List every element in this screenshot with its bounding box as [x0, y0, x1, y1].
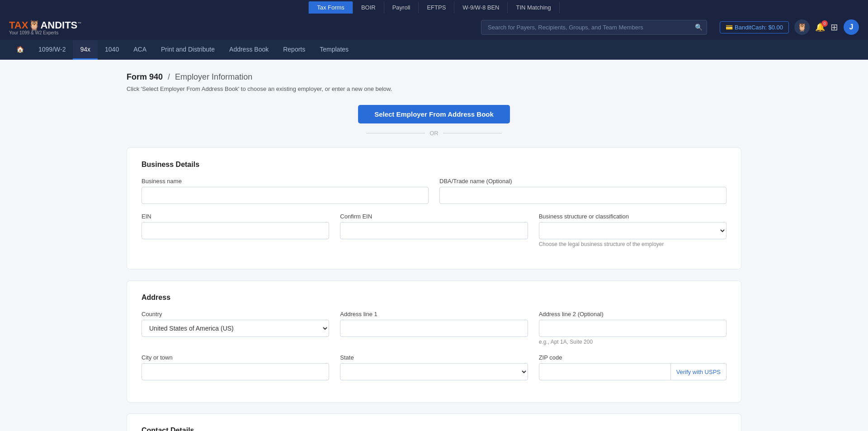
address-row2: City or town State Alabama Alaska Arizon…: [142, 354, 726, 380]
ein-label: EIN: [142, 213, 329, 220]
country-select[interactable]: United States of America (US) Canada Mex…: [142, 320, 329, 337]
dba-name-group: DBA/Trade name (Optional): [439, 178, 726, 204]
business-name-row: Business name DBA/Trade name (Optional): [142, 178, 726, 204]
sub-nav-aca[interactable]: ACA: [126, 40, 154, 60]
address-line1-group: Address line 1: [340, 311, 528, 345]
page-content: Form 940 / Employer Information Click 'S…: [108, 60, 760, 431]
select-employer-container: Select Employer From Address Book OR: [127, 105, 741, 137]
business-structure-helper: Choose the legal business structure of t…: [539, 241, 726, 247]
country-group: Country United States of America (US) Ca…: [142, 311, 329, 345]
sub-nav-templates[interactable]: Templates: [312, 40, 356, 60]
logo-subtitle: Your 1099 & W2 Experts: [9, 30, 58, 35]
search-input[interactable]: [481, 20, 707, 35]
user-avatar[interactable]: J: [844, 19, 859, 35]
search-icon[interactable]: 🔍: [695, 24, 703, 31]
top-nav-w9-w8ben[interactable]: W-9/W-8 BEN: [454, 1, 508, 14]
breadcrumb-page-name: Employer Information: [175, 72, 252, 81]
address-line2-input[interactable]: [539, 320, 726, 337]
zip-input[interactable]: [539, 363, 671, 380]
notification-bell[interactable]: 🔔 0: [815, 22, 825, 32]
contact-details-title: Contact Details: [142, 426, 726, 431]
state-group: State Alabama Alaska Arizona Arkansas Ca…: [340, 354, 528, 380]
zip-row: Verify with USPS: [539, 363, 726, 380]
verify-usps-button[interactable]: Verify with USPS: [671, 363, 726, 380]
select-employer-button[interactable]: Select Employer From Address Book: [358, 105, 510, 123]
sub-navigation: 🏠 1099/W-2 94x 1040 ACA Print and Distri…: [0, 40, 868, 60]
state-label: State: [340, 354, 528, 361]
country-label: Country: [142, 311, 329, 317]
top-nav-tax-forms[interactable]: Tax Forms: [308, 1, 353, 14]
business-structure-label: Business structure or classification: [539, 213, 726, 220]
address-row1: Country United States of America (US) Ca…: [142, 311, 726, 345]
breadcrumb: Form 940 / Employer Information: [127, 72, 741, 82]
sub-nav-1099-w2[interactable]: 1099/W-2: [31, 40, 73, 60]
top-nav-eftps[interactable]: EFTPS: [419, 1, 454, 14]
or-divider: OR: [366, 130, 502, 137]
city-label: City or town: [142, 354, 329, 361]
notification-badge: 0: [821, 20, 828, 27]
city-group: City or town: [142, 354, 329, 380]
breadcrumb-separator: /: [168, 72, 170, 81]
sub-nav-address-book[interactable]: Address Book: [222, 40, 276, 60]
confirm-ein-label: Confirm EIN: [340, 213, 528, 220]
ein-group: EIN: [142, 213, 329, 247]
address-card: Address Country United States of America…: [127, 280, 741, 403]
bandit-cash-button[interactable]: 💳BanditCash: $0.00: [720, 21, 789, 33]
zip-group: ZIP code Verify with USPS: [539, 354, 726, 380]
search-bar: 🔍: [481, 20, 707, 35]
contact-details-card: Contact Details Email address (Optional)…: [127, 413, 741, 431]
top-navigation-bar: Tax Forms BOIR Payroll EFTPS W-9/W-8 BEN…: [0, 0, 868, 14]
owl-avatar-icon[interactable]: 🦉: [794, 19, 810, 35]
breadcrumb-form-name: Form 940: [127, 72, 163, 81]
business-structure-group: Business structure or classification Sol…: [539, 213, 726, 247]
top-nav-tin-matching[interactable]: TIN Matching: [508, 1, 559, 14]
address-title: Address: [142, 294, 726, 302]
sub-nav-print-distribute[interactable]: Print and Distribute: [154, 40, 222, 60]
confirm-ein-input[interactable]: [340, 222, 528, 239]
sub-nav-home[interactable]: 🏠: [9, 40, 31, 60]
sub-nav-1040[interactable]: 1040: [98, 40, 126, 60]
business-name-label: Business name: [142, 178, 429, 185]
confirm-ein-group: Confirm EIN: [340, 213, 528, 247]
home-icon: 🏠: [16, 46, 24, 53]
logo-text: TAX🦉ANDITS™: [9, 19, 81, 31]
state-select[interactable]: Alabama Alaska Arizona Arkansas Californ…: [340, 363, 528, 380]
logo: TAX🦉ANDITS™ Your 1099 & W2 Experts: [9, 19, 81, 35]
business-name-input[interactable]: [142, 187, 429, 204]
apps-grid-icon[interactable]: ⊞: [830, 22, 838, 33]
main-header: TAX🦉ANDITS™ Your 1099 & W2 Experts 🔍 💳Ba…: [0, 14, 868, 40]
business-details-card: Business Details Business name DBA/Trade…: [127, 147, 741, 270]
ein-input[interactable]: [142, 222, 329, 239]
top-nav-payroll[interactable]: Payroll: [384, 1, 419, 14]
zip-label: ZIP code: [539, 354, 726, 361]
page-subtitle: Click 'Select Employer From Address Book…: [127, 85, 741, 92]
top-nav-boir[interactable]: BOIR: [353, 1, 384, 14]
address-line2-group: Address line 2 (Optional) e.g., Apt 1A, …: [539, 311, 726, 345]
address-line2-helper: e.g., Apt 1A, Suite 200: [539, 339, 726, 345]
business-details-title: Business Details: [142, 161, 726, 169]
address-line2-label: Address line 2 (Optional): [539, 311, 726, 317]
dba-name-input[interactable]: [439, 187, 726, 204]
city-input[interactable]: [142, 363, 329, 380]
sub-nav-reports[interactable]: Reports: [276, 40, 312, 60]
address-line1-label: Address line 1: [340, 311, 528, 317]
business-structure-select[interactable]: Sole Proprietor Partnership Corporation …: [539, 222, 726, 239]
sub-nav-94x[interactable]: 94x: [73, 40, 98, 60]
business-name-group: Business name: [142, 178, 429, 204]
address-line1-input[interactable]: [340, 320, 528, 337]
ein-row: EIN Confirm EIN Business structure or cl…: [142, 213, 726, 247]
dba-name-label: DBA/Trade name (Optional): [439, 178, 726, 185]
header-right-controls: 💳BanditCash: $0.00 🦉 🔔 0 ⊞ J: [720, 19, 859, 35]
